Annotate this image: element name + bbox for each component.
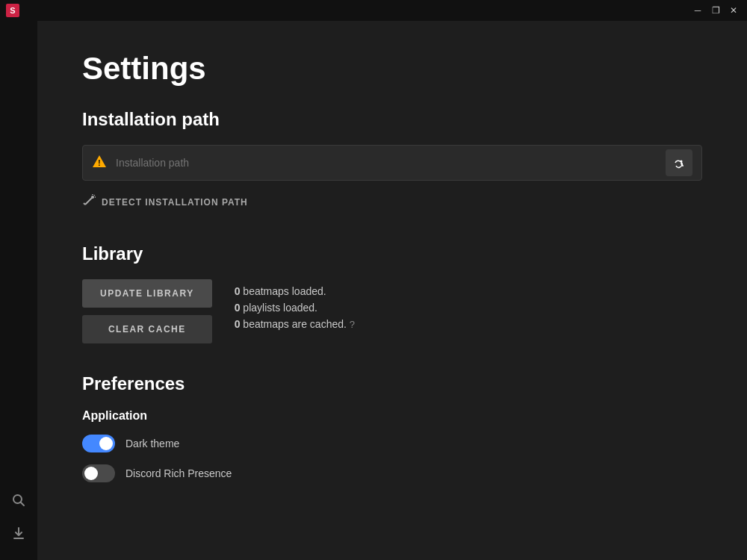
app-logo-icon: S [6, 4, 19, 17]
playlists-loaded-count: 0 [235, 302, 241, 314]
beatmaps-loaded-stat: 0 beatmaps loaded. [235, 285, 355, 297]
restore-button[interactable]: ❐ [708, 3, 723, 18]
application-preferences: Application Dark theme [82, 409, 702, 482]
svg-line-3 [21, 503, 25, 506]
title-bar-controls: ─ ❐ ✕ [690, 3, 741, 18]
dark-theme-thumb [99, 437, 113, 450]
detect-btn-label: DETECT INSTALLATION PATH [102, 197, 248, 208]
installation-path-section: Installation path ! [82, 109, 702, 214]
page-title: Settings [82, 51, 702, 87]
beatmaps-loaded-count: 0 [235, 285, 241, 297]
path-input-container: ! [82, 145, 702, 181]
preferences-section-title: Preferences [82, 373, 702, 394]
update-library-button[interactable]: UPDATE LIBRARY [82, 279, 212, 308]
discord-rich-presence-track [82, 464, 115, 482]
sidebar-download-icon[interactable] [7, 521, 31, 545]
discord-rich-presence-thumb [84, 467, 98, 480]
discord-rich-presence-row: Discord Rich Presence [82, 464, 702, 482]
installation-path-input[interactable] [116, 157, 666, 169]
beatmaps-cached-label: beatmaps are cached. [243, 318, 347, 330]
svg-text:!: ! [98, 158, 100, 167]
library-section: Library UPDATE LIBRARY CLEAR CACHE 0 bea… [82, 243, 702, 343]
close-button[interactable]: ✕ [726, 3, 741, 18]
playlists-loaded-label: playlists loaded. [243, 302, 317, 314]
installation-path-section-title: Installation path [82, 109, 702, 130]
playlists-loaded-stat: 0 playlists loaded. [235, 302, 355, 314]
library-stats: 0 beatmaps loaded. 0 playlists loaded. 0… [235, 279, 355, 330]
browse-button[interactable] [666, 149, 692, 176]
minimize-button[interactable]: ─ [690, 3, 705, 18]
svg-point-9 [91, 196, 94, 199]
library-section-title: Library [82, 243, 702, 264]
detect-installation-path-button[interactable]: DETECT INSTALLATION PATH [82, 191, 248, 214]
title-bar: S ─ ❐ ✕ [0, 0, 747, 21]
application-subsection-title: Application [82, 409, 702, 423]
svg-point-6 [681, 161, 683, 163]
preferences-section: Preferences Application Dark theme [82, 373, 702, 482]
sidebar [0, 21, 37, 560]
svg-line-12 [94, 195, 95, 196]
beatmaps-cached-stat: 0 beatmaps are cached. ? [235, 318, 355, 330]
wand-icon [82, 194, 96, 211]
beatmaps-loaded-label: beatmaps loaded. [243, 285, 326, 297]
discord-rich-presence-label: Discord Rich Presence [125, 467, 232, 479]
svg-line-7 [85, 197, 93, 205]
sidebar-search-icon[interactable] [7, 488, 31, 512]
sidebar-bottom [7, 488, 31, 545]
dark-theme-label: Dark theme [125, 438, 179, 449]
discord-rich-presence-toggle[interactable] [82, 464, 115, 482]
svg-line-8 [84, 203, 85, 205]
beatmaps-cached-count: 0 [235, 318, 241, 330]
library-controls: UPDATE LIBRARY CLEAR CACHE 0 beatmaps lo… [82, 279, 702, 343]
warning-icon: ! [92, 154, 107, 172]
svg-text:S: S [10, 6, 15, 15]
clear-cache-button[interactable]: CLEAR CACHE [82, 315, 212, 343]
dark-theme-track [82, 435, 115, 452]
cached-help-icon[interactable]: ? [350, 319, 355, 330]
main-content: Settings Installation path ! [37, 21, 747, 560]
title-bar-left: S [6, 4, 19, 17]
library-buttons: UPDATE LIBRARY CLEAR CACHE [82, 279, 212, 343]
dark-theme-row: Dark theme [82, 435, 702, 452]
dark-theme-toggle[interactable] [82, 435, 115, 452]
